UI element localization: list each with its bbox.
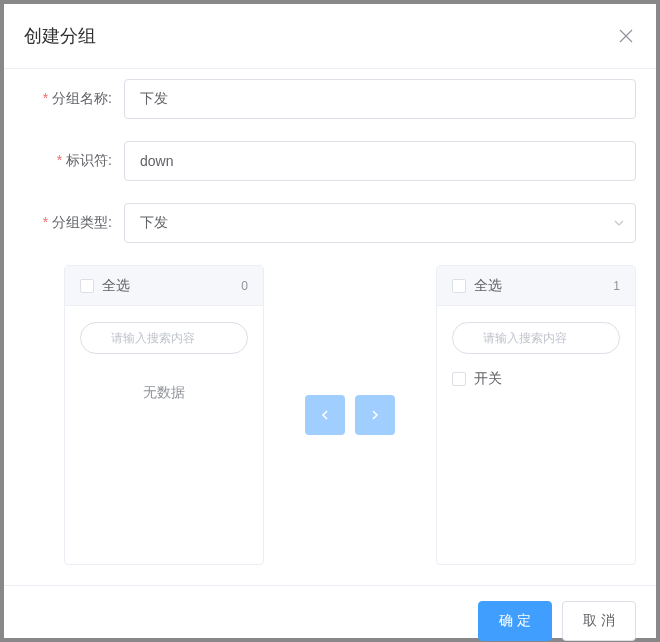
dialog-header: 创建分组	[4, 4, 656, 68]
select-all-left-label: 全选	[102, 277, 130, 295]
checkbox-item[interactable]	[452, 372, 466, 386]
input-group-name[interactable]	[124, 79, 636, 119]
transfer-left-body: 无数据	[65, 306, 263, 564]
label-identifier: *标识符:	[24, 152, 124, 170]
list-item[interactable]: 开关	[437, 364, 635, 394]
transfer-right-header: 全选 1	[437, 266, 635, 306]
transfer-left-header: 全选 0	[65, 266, 263, 306]
checkbox-select-all-right[interactable]	[452, 279, 466, 293]
form-item-group-name: *分组名称:	[24, 79, 636, 119]
chevron-left-icon	[319, 409, 331, 421]
transfer-left-count: 0	[241, 279, 248, 293]
label-group-type: *分组类型:	[24, 214, 124, 232]
dialog: 创建分组 *分组名称: *标识符: *分组类型: 下发	[4, 4, 656, 638]
cancel-button[interactable]: 取 消	[562, 601, 636, 641]
transfer: 全选 0 无数据	[64, 265, 636, 565]
select-group-type[interactable]: 下发	[124, 203, 636, 243]
form-item-identifier: *标识符:	[24, 141, 636, 181]
transfer-right-body: 开关	[437, 306, 635, 564]
checkbox-select-all-left[interactable]	[80, 279, 94, 293]
form-item-group-type: *分组类型: 下发	[24, 203, 636, 243]
input-identifier[interactable]	[124, 141, 636, 181]
confirm-button[interactable]: 确 定	[478, 601, 552, 641]
transfer-left-search[interactable]	[80, 322, 248, 354]
transfer-panel-left: 全选 0 无数据	[64, 265, 264, 565]
transfer-to-left-button[interactable]	[305, 395, 345, 435]
transfer-panel-right: 全选 1 开关	[436, 265, 636, 565]
list-item-label: 开关	[474, 370, 502, 388]
dialog-title: 创建分组	[24, 24, 96, 48]
transfer-to-right-button[interactable]	[355, 395, 395, 435]
chevron-down-icon	[613, 217, 625, 229]
close-icon	[619, 29, 633, 43]
label-group-name: *分组名称:	[24, 90, 124, 108]
select-group-type-value: 下发	[140, 214, 168, 232]
transfer-right-count: 1	[613, 279, 620, 293]
transfer-buttons	[295, 395, 405, 435]
transfer-left-empty: 无数据	[65, 364, 263, 402]
close-button[interactable]	[616, 26, 636, 46]
transfer-right-search[interactable]	[452, 322, 620, 354]
dialog-body: *分组名称: *标识符: *分组类型: 下发	[4, 68, 656, 586]
select-all-right-label: 全选	[474, 277, 502, 295]
dialog-footer: 确 定 取 消	[4, 586, 656, 642]
chevron-right-icon	[369, 409, 381, 421]
